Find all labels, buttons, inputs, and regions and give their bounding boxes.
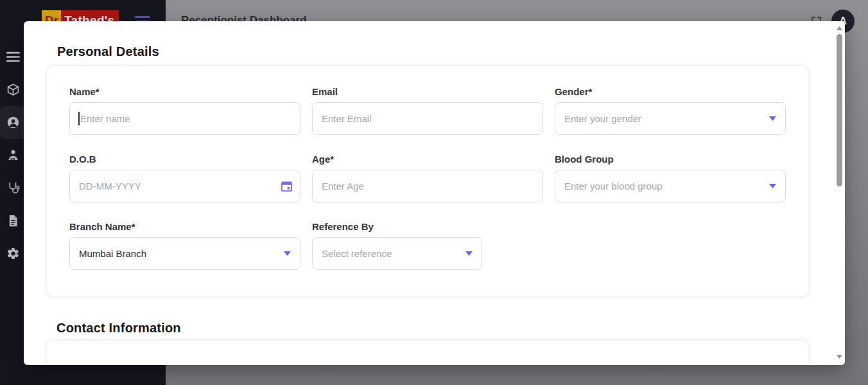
reference-label: Reference By — [312, 222, 543, 231]
scroll-down-arrow-icon[interactable] — [834, 352, 845, 361]
patient-icon — [6, 116, 20, 129]
branch-field: Branch Name* Mumbai Branch — [69, 222, 300, 276]
branch-label: Branch Name* — [69, 222, 300, 231]
blood-group-select[interactable]: Enter your blood group — [555, 170, 786, 202]
package-icon — [6, 83, 20, 96]
name-field: Name* — [69, 87, 300, 141]
stethoscope-icon — [6, 181, 20, 195]
personal-details-card: Name* Email Gender* Enter your gender D.… — [47, 66, 808, 296]
scrollbar-thumb[interactable] — [837, 34, 842, 186]
email-field: Email — [312, 87, 543, 141]
gender-label: Gender* — [555, 87, 786, 96]
branch-select[interactable]: Mumbai Branch — [69, 237, 300, 270]
email-input[interactable] — [312, 102, 543, 135]
sidebar-item-settings[interactable] — [0, 237, 26, 270]
sidebar-item-patients[interactable] — [0, 106, 26, 139]
blood-group-label: Blood Group — [555, 154, 786, 164]
chevron-down-icon — [284, 251, 291, 256]
age-input[interactable] — [312, 170, 543, 202]
settings-icon — [6, 247, 20, 260]
age-field: Age* — [312, 154, 543, 208]
sidebar-item-packages[interactable] — [0, 73, 26, 106]
app-root: Dr Tathed's Receptionist Dashboard A — [0, 0, 868, 385]
empty-grid-cell — [555, 222, 786, 276]
chevron-down-icon — [769, 184, 776, 188]
reference-select[interactable]: Select reference — [312, 237, 482, 270]
chevron-down-icon — [769, 116, 776, 121]
sidebar-item-menu[interactable] — [0, 40, 26, 73]
name-label: Name* — [69, 87, 300, 96]
text-caret — [78, 112, 80, 125]
blood-group-field: Blood Group Enter your blood group — [555, 154, 786, 208]
branch-selected-value: Mumbai Branch — [79, 248, 146, 259]
sidebar-item-reports[interactable] — [0, 204, 26, 237]
sidebar-item-doctors[interactable] — [0, 139, 26, 172]
gender-select[interactable]: Enter your gender — [555, 102, 786, 135]
email-label: Email — [312, 87, 543, 96]
gender-placeholder: Enter your gender — [564, 113, 641, 124]
contact-information-card — [47, 341, 808, 365]
dob-field: D.O.B — [69, 154, 300, 208]
modal-scrollbar — [834, 21, 845, 365]
section-title-personal-details: Personal Details — [57, 44, 159, 59]
dob-input[interactable] — [69, 170, 300, 202]
chevron-down-icon — [465, 251, 473, 256]
menu-icon — [6, 50, 20, 64]
scroll-up-arrow-icon[interactable] — [834, 24, 845, 33]
gender-field: Gender* Enter your gender — [555, 87, 786, 141]
section-title-contact-information: Contact Information — [56, 321, 181, 336]
name-input[interactable] — [69, 102, 300, 135]
doctor-icon — [6, 148, 20, 162]
sidebar-item-treatment[interactable] — [0, 172, 26, 204]
blood-group-placeholder: Enter your blood group — [564, 181, 663, 192]
age-label: Age* — [312, 154, 543, 164]
dob-label: D.O.B — [69, 154, 300, 164]
reference-placeholder: Select reference — [322, 248, 392, 259]
add-patient-modal: Personal Details Name* Email Gender* Ent… — [24, 21, 845, 365]
document-icon — [6, 214, 20, 228]
reference-field: Reference By Select reference — [312, 222, 543, 276]
calendar-icon[interactable] — [281, 180, 293, 192]
